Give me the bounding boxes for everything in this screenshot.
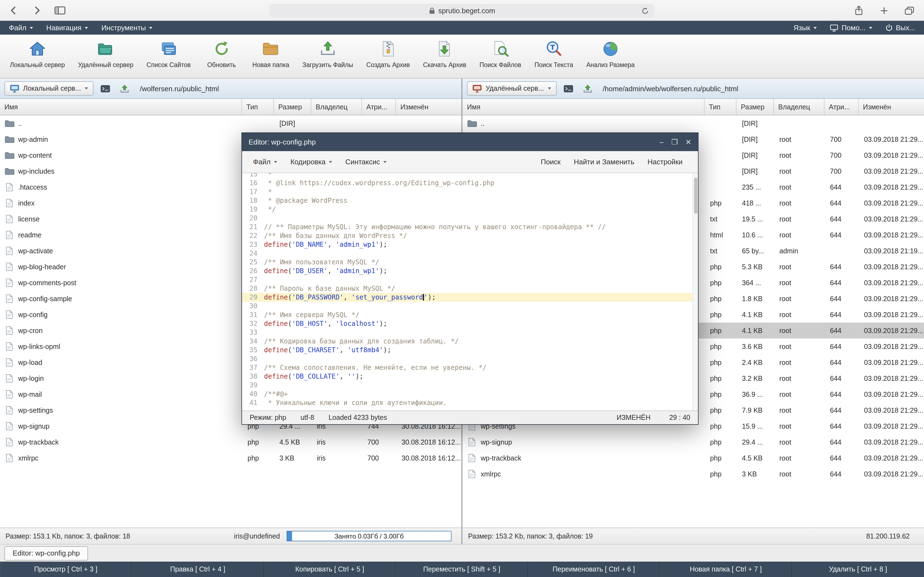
terminal-button[interactable]	[98, 82, 113, 95]
code-line[interactable]: 32 define('DB_HOST', 'localhost');	[242, 319, 698, 328]
code-line[interactable]: 40 /**#@+	[242, 390, 698, 398]
code-line[interactable]: 25 /** Имя пользователя MySQL */	[242, 258, 698, 266]
column-header[interactable]: Размер	[737, 99, 774, 115]
column-header[interactable]: Размер	[274, 99, 311, 115]
code-line[interactable]: 28 /** Пароль к базе данных MySQL */	[242, 284, 698, 293]
table-row[interactable]: wp-trackback php 4.5 KB iris 700 30.08.2…	[0, 434, 462, 450]
column-header[interactable]: Имя	[0, 99, 242, 115]
toolbar-button[interactable]: Список Сайтов	[147, 39, 191, 68]
terminal-button[interactable]	[561, 82, 576, 95]
action-button[interactable]: Новая папка [ Ctrl + 7 ]	[660, 562, 792, 577]
editor-code-area[interactable]: 15 * 16 * @link https://codex.wordpress.…	[242, 173, 698, 411]
column-header[interactable]: Владелец	[774, 99, 824, 115]
editor-scrollbar[interactable]	[693, 173, 698, 411]
toolbar-button[interactable]: Новая папка	[252, 39, 289, 68]
column-header[interactable]: Атри...	[362, 99, 396, 115]
address-bar[interactable]: sprutio.beget.com	[270, 4, 654, 18]
menu-help[interactable]: Помо...	[823, 21, 879, 35]
code-line[interactable]: 26 define('DB_USER', 'admin_wp1');	[242, 266, 698, 275]
show-tabs-button[interactable]	[902, 3, 916, 18]
editor-menu-action[interactable]: Поиск	[534, 151, 567, 172]
editor-menu-item[interactable]: Синтаксис	[339, 151, 393, 172]
code-line[interactable]: 19 */	[242, 205, 698, 214]
column-header[interactable]: Атри...	[824, 99, 859, 115]
code-line[interactable]: 37 /** Схема сопоставления. Не меняйте, …	[242, 363, 698, 372]
action-button[interactable]: Копировать [ Ctrl + 5 ]	[264, 562, 396, 577]
action-button[interactable]: Просмотр [ Ctrl + 3 ]	[0, 562, 132, 577]
menu-item[interactable]: Инструменты	[95, 21, 159, 35]
table-row[interactable]: .. [DIR]	[462, 115, 924, 131]
column-header[interactable]: Имя	[462, 99, 704, 115]
close-button[interactable]: ✕	[685, 139, 691, 146]
code-line[interactable]: 17 *	[242, 187, 698, 196]
toolbar-button[interactable]: Скачать Архив	[423, 39, 466, 68]
code-line[interactable]: 27	[242, 275, 698, 284]
code-line[interactable]: 16 * @link https://codex.wordpress.org/E…	[242, 179, 698, 187]
code-line[interactable]: 21 // ** Параметры MySQL: Эту информацию…	[242, 222, 698, 231]
code-line[interactable]: 41 * Уникальные ключи и соли для аутенти…	[242, 398, 698, 407]
window-tab[interactable]: Editor: wp-config.php	[5, 546, 88, 560]
code-line[interactable]: 38 define('DB_COLLATE', '');	[242, 372, 698, 381]
code-line[interactable]: 23 define('DB_NAME', 'admin_wp1');	[242, 240, 698, 249]
menu-exit[interactable]: Вых...	[879, 21, 922, 35]
column-header[interactable]: Владелец	[311, 99, 362, 115]
editor-menu-action[interactable]: Найти и Заменить	[567, 151, 641, 172]
code-line[interactable]: 15 *	[242, 173, 698, 179]
cell-name: wp-activate	[0, 247, 242, 255]
toolbar-button[interactable]: Загрузить Файлы	[302, 39, 354, 68]
upload-button[interactable]	[117, 82, 132, 95]
code-line[interactable]: 34 /** Кодировка базы данных для создани…	[242, 337, 698, 346]
column-header[interactable]: Тип	[704, 99, 737, 115]
table-row[interactable]: wp-trackback php 4.5 KB root 644 03.09.2…	[462, 450, 924, 466]
editor-menu-item[interactable]: Файл	[246, 151, 284, 172]
upload-button[interactable]	[580, 82, 595, 95]
forward-button[interactable]	[30, 3, 44, 18]
editor-title-bar[interactable]: Editor: wp-config.php – ❐ ✕	[242, 133, 698, 151]
column-header[interactable]: Изменён	[859, 99, 924, 115]
code-line[interactable]: 39	[242, 381, 698, 390]
reload-button[interactable]	[639, 5, 651, 17]
toolbar-button[interactable]: Создать Архив	[366, 39, 410, 68]
toolbar-button[interactable]: Анализ Размера	[586, 39, 635, 68]
code-line[interactable]: 18 * @package WordPress	[242, 196, 698, 205]
menu-language[interactable]: Язык	[787, 21, 823, 35]
action-button[interactable]: Правка [ Ctrl + 4 ]	[132, 562, 264, 577]
new-tab-button[interactable]	[877, 3, 891, 18]
table-row[interactable]: xmlrpc php 3 KB iris 700 30.08.2018 16:1…	[0, 450, 462, 466]
code-line[interactable]: 36	[242, 355, 698, 363]
editor-menu-item[interactable]: Кодировка	[284, 151, 339, 172]
code-line[interactable]: 33	[242, 328, 698, 337]
toolbar-button[interactable]: Удалённый сервер	[78, 39, 133, 68]
minimize-button[interactable]: –	[659, 139, 663, 146]
code-line[interactable]: 30	[242, 302, 698, 311]
table-row[interactable]: wp-signup php 29.4 ... root 644 03.09.20…	[462, 434, 924, 450]
code-line[interactable]: 31 /** Имя сервера MySQL */	[242, 311, 698, 319]
code-line[interactable]: 24	[242, 249, 698, 258]
table-row[interactable]: .. [DIR]	[0, 115, 462, 131]
remote-server-selector[interactable]: Удалённый серв...	[467, 81, 557, 96]
editor-menu-action[interactable]: Настройки	[641, 151, 690, 172]
maximize-button[interactable]: ❐	[671, 139, 678, 146]
action-button[interactable]: Удалить [ Ctrl + 8 ]	[792, 562, 924, 577]
scrollbar-thumb[interactable]	[694, 177, 697, 214]
column-header[interactable]: Изменён	[396, 99, 462, 115]
share-button[interactable]	[851, 3, 866, 18]
back-button[interactable]	[6, 3, 21, 18]
toolbar-button[interactable]: T Поиск Текста	[534, 39, 573, 68]
action-button[interactable]: Переместить [ Shift + 5 ]	[396, 562, 528, 577]
sidebar-toggle-button[interactable]	[53, 3, 67, 18]
toolbar-button[interactable]: Поиск Файлов	[479, 39, 521, 68]
code-line[interactable]: 20	[242, 214, 698, 222]
code-line[interactable]: 29 define('DB_PASSWORD', 'set_your_passw…	[242, 293, 698, 302]
code-line[interactable]: 22 /** Имя базы данных для WordPress */	[242, 231, 698, 240]
toolbar-button[interactable]: Обновить	[204, 39, 239, 68]
toolbar-button[interactable]: Локальный сервер	[10, 39, 65, 68]
column-header[interactable]: Тип	[242, 99, 274, 115]
code-line[interactable]: 35 define('DB_CHARSET', 'utf8mb4');	[242, 346, 698, 355]
menu-item[interactable]: Файл	[2, 21, 40, 35]
column-header-label: Атри...	[829, 103, 850, 111]
table-row[interactable]: xmlrpc php 3 KB root 644 03.09.2018 21:2…	[462, 466, 924, 482]
local-server-selector[interactable]: Локальный серв...	[5, 81, 94, 96]
action-button[interactable]: Переименовать [ Ctrl + 6 ]	[528, 562, 660, 577]
menu-item[interactable]: Навигация	[40, 21, 95, 35]
